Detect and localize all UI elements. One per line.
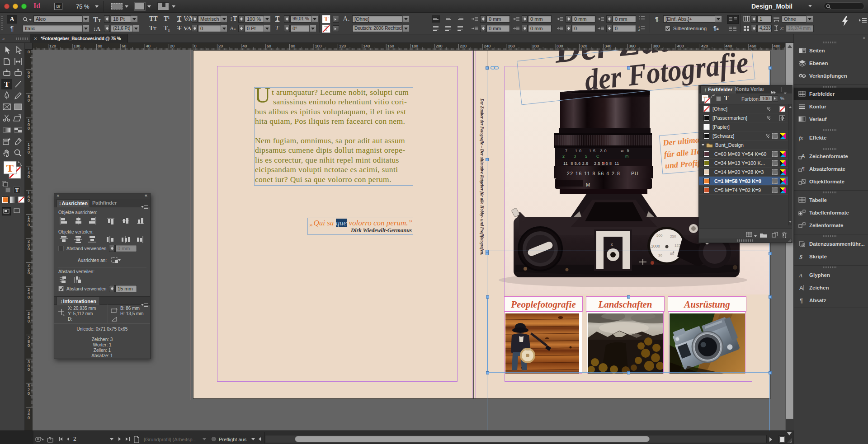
svg-text:340: 340 — [604, 44, 611, 48]
svg-text:120: 120 — [49, 44, 56, 48]
svg-text:220: 220 — [460, 44, 467, 48]
svg-text:180: 180 — [411, 44, 418, 48]
svg-text:200: 200 — [436, 44, 443, 48]
svg-text:20: 20 — [170, 44, 175, 48]
svg-text:0: 0 — [194, 44, 197, 48]
svg-text:S: S — [799, 253, 802, 260]
svg-text:0: 0 — [28, 150, 30, 154]
svg-text:0: 0 — [28, 50, 30, 54]
svg-text:0: 0 — [28, 247, 30, 251]
svg-text:T: T — [4, 80, 9, 89]
svg-text:100: 100 — [74, 44, 80, 48]
svg-text:240: 240 — [484, 44, 491, 48]
svg-text:120: 120 — [339, 44, 346, 48]
svg-text:440: 440 — [725, 44, 732, 48]
svg-text:140: 140 — [363, 44, 370, 48]
svg-text:80: 80 — [98, 44, 102, 48]
svg-text:0: 0 — [28, 416, 30, 420]
svg-text:0: 0 — [28, 367, 30, 372]
svg-text:0: 0 — [28, 74, 30, 79]
svg-text:280: 280 — [532, 44, 539, 48]
svg-text:80: 80 — [291, 44, 295, 48]
svg-text:0: 0 — [28, 198, 30, 203]
svg-text:420: 420 — [701, 44, 708, 48]
svg-text:0: 0 — [28, 174, 30, 179]
svg-text:320: 320 — [580, 44, 587, 48]
svg-text:2: 2 — [638, 28, 640, 31]
svg-text:0: 0 — [28, 343, 30, 348]
svg-text:0: 0 — [28, 98, 30, 103]
svg-text:60: 60 — [267, 44, 271, 48]
svg-text:20: 20 — [218, 44, 223, 48]
svg-text:A: A — [799, 285, 803, 291]
svg-text:0: 0 — [28, 126, 30, 131]
svg-text:60: 60 — [122, 44, 126, 48]
svg-text:300: 300 — [557, 44, 563, 48]
svg-text:0: 0 — [28, 319, 30, 323]
svg-text:360: 360 — [629, 44, 636, 48]
svg-text:40: 40 — [242, 44, 247, 48]
svg-text:fx: fx — [799, 135, 803, 141]
svg-text:1: 1 — [638, 25, 640, 28]
svg-text:260: 260 — [508, 44, 515, 48]
svg-text:400: 400 — [677, 44, 684, 48]
svg-text:A: A — [798, 272, 802, 279]
svg-text:0: 0 — [28, 295, 30, 299]
svg-text:0: 0 — [28, 391, 30, 396]
svg-text:T: T — [6, 162, 14, 174]
svg-text:¶: ¶ — [802, 166, 805, 172]
svg-text:0: 0 — [28, 223, 30, 227]
svg-text:0: 0 — [28, 271, 30, 275]
svg-text:¶: ¶ — [800, 297, 803, 304]
svg-text:480: 480 — [774, 44, 780, 48]
svg-text:100: 100 — [315, 44, 322, 48]
svg-text:460: 460 — [750, 44, 756, 48]
svg-text:A: A — [802, 153, 805, 159]
svg-text:40: 40 — [146, 44, 151, 48]
svg-text:380: 380 — [653, 44, 660, 48]
svg-text:160: 160 — [387, 44, 394, 48]
